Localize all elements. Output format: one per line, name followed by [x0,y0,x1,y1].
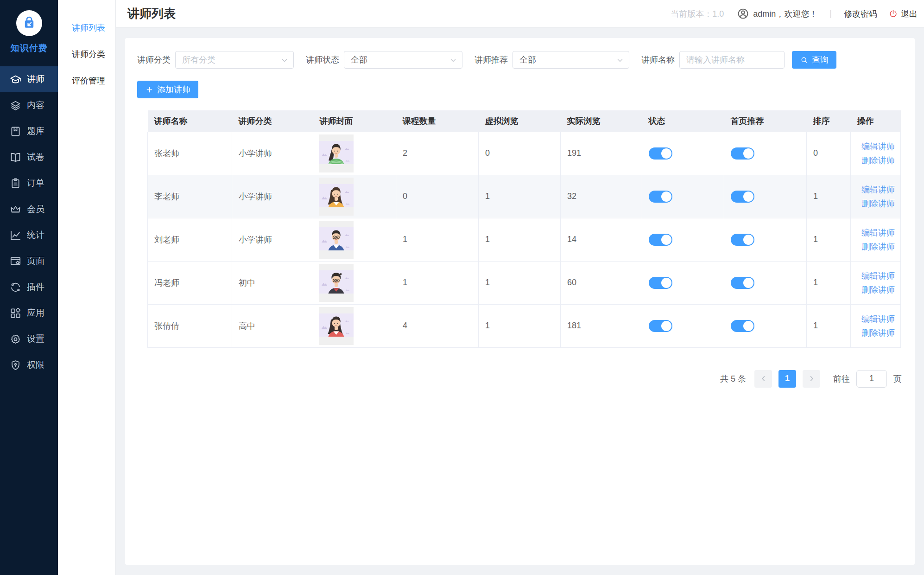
lecturer-name-input[interactable] [679,51,785,69]
subsidebar-item-lecturer-list[interactable]: 讲师列表 [58,23,105,32]
search-button[interactable]: 查询 [792,51,836,69]
open-book-icon [9,151,22,164]
lecturer-name-cell: 张倩倩 [148,304,232,347]
goto-label: 前往 [833,373,850,384]
column-header: 首页推荐 [724,110,807,132]
lecturer-name-cell: 张老师 [148,132,232,175]
table-row: 刘老师小学讲师11141编辑讲师删除讲师 [148,218,901,261]
search-icon [800,56,809,64]
change-password-link[interactable]: 修改密码 [844,8,877,19]
primary-sidebar: 知识付费 讲师内容题库试卷订单会员统计页面插件应用设置权限 [0,0,58,575]
recommend-toggle[interactable] [731,277,754,289]
edit-lecturer-link[interactable]: 编辑讲师 [857,270,895,281]
sidebar-item-question-bank[interactable]: 题库 [0,118,58,144]
header-divider: | [829,9,832,19]
sidebar-item-page[interactable]: 页面 [0,248,58,274]
chevron-down-icon [615,56,625,65]
edit-lecturer-link[interactable]: 编辑讲师 [857,141,895,152]
recommend-toggle[interactable] [731,147,754,160]
recommend-toggle[interactable] [731,234,754,246]
lecturer-table: 讲师名称讲师分类讲师封面课程数量虚拟浏览实际浏览状态首页推荐排序操作 张老师小学… [147,110,901,348]
status-select-value: 全部 [351,54,367,65]
actual-views-cell: 32 [561,175,642,218]
sidebar-item-label: 权限 [27,359,44,371]
column-header: 操作 [851,110,901,132]
lecturer-cover-cell [313,218,396,261]
filter-bar: 讲师分类 所有分类 讲师状态 全部 讲师推荐 全部 讲师名 [137,51,903,69]
add-lecturer-button[interactable]: 添加讲师 [137,81,198,98]
sidebar-item-settings[interactable]: 设置 [0,326,58,352]
sidebar-item-label: 应用 [27,307,44,319]
status-toggle[interactable] [649,277,672,289]
sort-cell: 0 [807,132,851,175]
recommend-select[interactable]: 全部 [513,51,629,69]
sidebar-item-order[interactable]: 订单 [0,170,58,196]
version-label: 当前版本：1.0 [671,8,724,19]
page-number-button[interactable]: 1 [778,370,796,388]
status-select[interactable]: 全部 [344,51,462,69]
sidebar-item-member[interactable]: 会员 [0,196,58,222]
logout-link[interactable]: 退出 [888,8,918,19]
topbar-right: 当前版本：1.0 admin，欢迎您！ | 修改密码 退出 [671,7,918,20]
status-toggle[interactable] [649,191,672,203]
status-toggle[interactable] [649,320,672,332]
column-header: 状态 [642,110,724,132]
actions-cell: 编辑讲师删除讲师 [851,304,901,347]
lecturer-category-cell: 初中 [232,261,313,304]
clipboard-icon [9,177,22,190]
plus-icon [145,85,154,94]
next-page-button[interactable] [803,370,820,388]
delete-lecturer-link[interactable]: 删除讲师 [857,284,895,295]
layers-icon [9,99,22,112]
edit-lecturer-link[interactable]: 编辑讲师 [857,313,895,325]
add-button-label: 添加讲师 [157,84,190,95]
table-row: 张倩倩高中411811编辑讲师删除讲师 [148,304,901,347]
edit-lecturer-link[interactable]: 编辑讲师 [857,184,895,195]
status-toggle[interactable] [649,234,672,246]
toggle-knob [661,192,671,202]
sidebar-item-plugin[interactable]: 插件 [0,274,58,300]
delete-lecturer-link[interactable]: 删除讲师 [857,155,895,166]
sidebar-item-app[interactable]: 应用 [0,300,58,326]
sidebar-item-lecturer[interactable]: 讲师 [0,66,58,92]
table-row: 张老师小学讲师201910编辑讲师删除讲师 [148,132,901,175]
sidebar-item-label: 题库 [27,125,44,137]
sidebar-menu: 讲师内容题库试卷订单会员统计页面插件应用设置权限 [0,66,58,378]
page-unit-label: 页 [893,373,902,384]
bag-arrow-icon [20,14,38,32]
lecturer-cover-cell [313,132,396,175]
plugin-icon [9,281,22,294]
lecturer-cover-cell [313,261,396,304]
edit-lecturer-link[interactable]: 编辑讲师 [857,227,895,238]
sidebar-item-permission[interactable]: 权限 [0,352,58,378]
actual-views-cell: 60 [561,261,642,304]
category-select[interactable]: 所有分类 [175,51,294,69]
subsidebar-item-review-management[interactable]: 评价管理 [58,76,105,85]
sidebar-item-statistics[interactable]: 统计 [0,222,58,248]
logo-badge [16,10,42,36]
bookmark-book-icon [9,125,22,138]
chevron-right-icon [807,374,816,383]
status-cell [642,132,724,175]
delete-lecturer-link[interactable]: 删除讲师 [857,241,895,252]
grid-icon [9,307,22,319]
sidebar-item-exam-paper[interactable]: 试卷 [0,144,58,170]
actual-views-cell: 191 [561,132,642,175]
table-row: 冯老师初中11601编辑讲师删除讲师 [148,261,901,304]
goto-page-input[interactable] [856,370,887,388]
power-icon [888,9,898,19]
prev-page-button[interactable] [754,370,772,388]
table-header-row: 讲师名称讲师分类讲师封面课程数量虚拟浏览实际浏览状态首页推荐排序操作 [148,110,901,132]
recommend-toggle[interactable] [731,320,754,332]
lecturer-cover-cell [313,175,396,218]
sidebar-item-content[interactable]: 内容 [0,92,58,118]
sidebar-item-label: 会员 [27,203,44,215]
status-toggle[interactable] [649,147,672,160]
virtual-views-cell: 1 [479,175,561,218]
delete-lecturer-link[interactable]: 删除讲师 [857,198,895,209]
lecturer-category-cell: 小学讲师 [232,132,313,175]
subsidebar-item-lecturer-category[interactable]: 讲师分类 [58,50,105,59]
recommend-toggle[interactable] [731,191,754,203]
delete-lecturer-link[interactable]: 删除讲师 [857,327,895,339]
column-header: 实际浏览 [561,110,642,132]
